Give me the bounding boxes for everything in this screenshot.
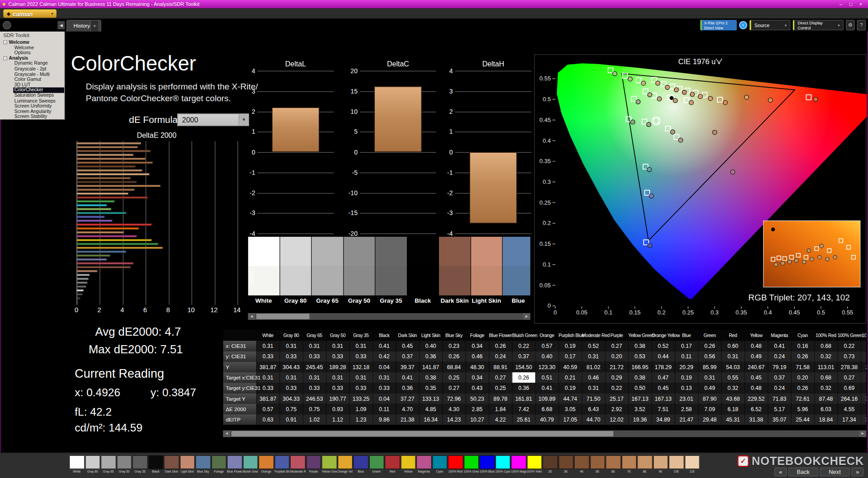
calman-menu-button[interactable]: ◆ calman ▾	[3, 9, 57, 18]
strip-patch-purple[interactable]: Purple	[306, 455, 321, 474]
scrollbar-thumb[interactable]	[256, 314, 310, 319]
bar-row	[77, 278, 237, 280]
scroll-left-icon[interactable]: ◄	[223, 431, 230, 437]
strip-patch-yellow-green[interactable]: Yellow Green	[321, 455, 337, 474]
strip-patch-8e[interactable]: 8E	[637, 455, 652, 474]
strip-patch-100-green[interactable]: 100% Green	[464, 455, 479, 474]
strip-patch-blue-sky[interactable]: Blue Sky	[195, 455, 211, 474]
strip-patch-green[interactable]: Green	[369, 455, 384, 474]
scroll-left-icon[interactable]: ◄	[248, 313, 255, 320]
strip-patch-black[interactable]: Black	[148, 455, 164, 474]
strip-patch-gray-65[interactable]: Gray 65	[101, 455, 116, 474]
strip-patch-100-magenta[interactable]: 100% Magenta	[511, 455, 526, 474]
maximize-button[interactable]: □	[846, 1, 856, 7]
patch-label: Foliage	[211, 470, 226, 474]
strip-patch-11e[interactable]: 11E	[684, 455, 700, 474]
strip-patch-purplish-blue[interactable]: Purplish Blue	[274, 455, 290, 474]
cell: 0.49	[745, 351, 768, 362]
last-page-button[interactable]: »	[851, 468, 863, 477]
strip-patch-100-cyan[interactable]: 100% Cyan	[495, 455, 510, 474]
strip-patch-2e[interactable]: 2E	[542, 455, 558, 474]
minimize-button[interactable]: –	[836, 1, 846, 7]
sidebar-collapse-button[interactable]: ◀	[57, 21, 65, 29]
scrollbar-thumb[interactable]	[231, 431, 613, 436]
back-button[interactable]: Back	[788, 468, 818, 477]
strip-patch-orange[interactable]: Orange	[259, 455, 274, 474]
sidebar-item-grayscale-2pt[interactable]: Grayscale - 2pt	[13, 66, 64, 72]
cell: 44.70	[582, 414, 605, 425]
patch-swatch	[479, 455, 495, 469]
gridline	[360, 193, 436, 193]
strip-patch-white[interactable]: White	[69, 455, 85, 474]
patch-label: Blue Flower	[227, 470, 242, 474]
strip-patch-bluish-green[interactable]: Bluish Green	[243, 455, 258, 474]
strip-patch-yellow[interactable]: Yellow	[401, 455, 416, 474]
workspace-menu-button[interactable]	[3, 21, 11, 29]
gridline	[257, 173, 334, 173]
strip-patch-100-blue[interactable]: 100% Blue	[479, 455, 495, 474]
scrollbar-track[interactable]	[255, 313, 523, 320]
strip-patch-100-red[interactable]: 100% Red	[448, 455, 463, 474]
table-scrollbar[interactable]: ◄ ►	[223, 431, 866, 437]
row-header: dEITP	[223, 414, 256, 425]
bar	[77, 220, 113, 222]
column-header-gray-50: Gray 50	[326, 330, 349, 341]
strip-patch-foliage[interactable]: Foliage	[211, 455, 226, 474]
patch-swatch	[337, 455, 353, 469]
close-button[interactable]: ×	[856, 1, 866, 7]
selected-cell[interactable]: 0.26	[512, 372, 535, 383]
strip-patch-10e[interactable]: 10E	[669, 455, 684, 474]
scroll-right-icon[interactable]: ►	[859, 431, 866, 437]
scroll-right-icon[interactable]: ►	[523, 313, 530, 320]
strip-patch-gray-80[interactable]: Gray 80	[85, 455, 100, 474]
strip-patch-orange-yellow[interactable]: Orange Yellow	[337, 455, 353, 474]
strip-patch-blue[interactable]: Blue	[353, 455, 368, 474]
scrollbar-track[interactable]	[230, 431, 859, 437]
display-control-dropdown[interactable]: Direct Display Control ▾	[793, 20, 844, 30]
strip-patch-100-yellow[interactable]: 100% Yellow	[527, 455, 542, 474]
bar	[77, 150, 150, 152]
axis-tick-label: 4	[442, 67, 453, 74]
bar	[77, 192, 128, 195]
source-dropdown[interactable]: Source ▾	[750, 20, 791, 30]
strip-patch-3e[interactable]: 3E	[558, 455, 574, 474]
column-header-green: Green	[698, 330, 721, 341]
add-tab-button[interactable]: +	[90, 20, 99, 32]
strip-patch-6e[interactable]: 6E	[606, 455, 621, 474]
deltal-chart: DeltaL43210-1-2-3-4	[244, 60, 335, 242]
patch-label: Dark Skin	[164, 470, 179, 474]
strip-patch-9e[interactable]: 9E	[653, 455, 668, 474]
strip-patch-cyan[interactable]: Cyan	[432, 455, 448, 474]
settings-gear-button[interactable]: ⚙	[846, 20, 855, 30]
strip-patch-dark-skin[interactable]: Dark Skin	[164, 455, 179, 474]
sidebar-item-saturation-sweeps[interactable]: Saturation Sweeps	[13, 93, 64, 98]
swatch-scrollbar[interactable]: ◄ ►	[248, 313, 530, 320]
bar-row	[77, 208, 237, 210]
strip-patch-red[interactable]: Red	[385, 455, 400, 474]
strip-patch-moderate-red[interactable]: Moderate Red	[290, 455, 306, 474]
patch-label: Orange Yellow	[337, 470, 353, 474]
first-page-button[interactable]: «	[774, 468, 787, 477]
help-button[interactable]: ?	[857, 20, 866, 30]
cell: 2.85	[466, 404, 489, 414]
strip-patch-gray-50[interactable]: Gray 50	[117, 455, 132, 474]
cell: 0.45	[651, 383, 675, 393]
strip-patch-blue-flower[interactable]: Blue Flower	[227, 455, 242, 474]
bar	[77, 293, 83, 295]
meter-button[interactable]: X-Rite i1Pro 2 Direct View	[700, 20, 737, 30]
strip-patch-5e[interactable]: 5E	[590, 455, 605, 474]
rgb-triplet-readout: RGB Triplet: 207, 143, 102	[728, 293, 868, 303]
strip-patch-4e[interactable]: 4E	[574, 455, 590, 474]
strip-patch-gray-35[interactable]: Gray 35	[132, 455, 148, 474]
tree-expander-icon[interactable]: -	[3, 56, 7, 61]
bar	[77, 258, 107, 261]
tree-expander-icon[interactable]: -	[3, 41, 7, 45]
de-formula-select[interactable]: 2000 ▼	[177, 113, 249, 126]
strip-patch-light-skin[interactable]: Light Skin	[179, 455, 195, 474]
strip-patch-7e[interactable]: 7E	[621, 455, 637, 474]
tree-section-welcome[interactable]: -Welcome	[3, 40, 64, 45]
strip-patch-magenta[interactable]: Magenta	[416, 455, 432, 474]
bar	[272, 108, 319, 152]
next-button[interactable]: Next	[820, 468, 849, 477]
patch-swatch	[117, 455, 132, 469]
